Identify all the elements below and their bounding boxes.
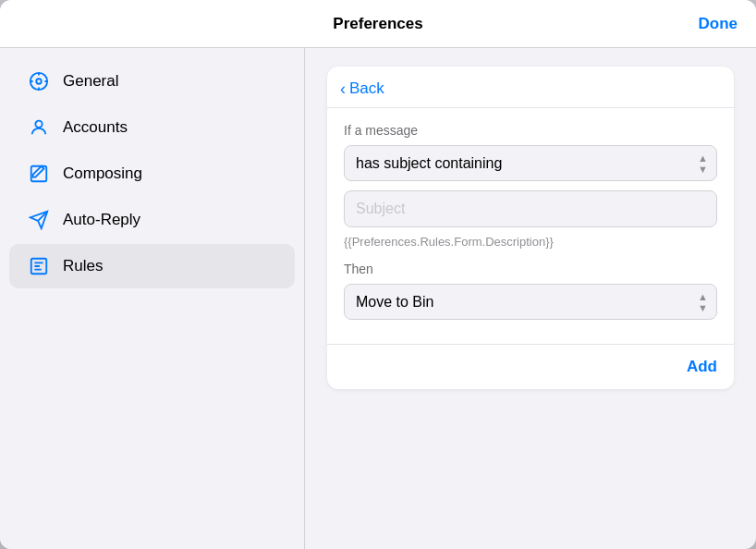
auto-reply-icon [28, 209, 50, 231]
accounts-icon [28, 116, 50, 139]
rule-card: ‹ Back If a message has subject containi… [327, 67, 734, 389]
sidebar-item-accounts[interactable]: Accounts [9, 105, 295, 150]
back-label: Back [349, 79, 384, 98]
window-title: Preferences [333, 15, 422, 33]
subject-input[interactable] [344, 190, 717, 227]
sidebar-label-composing: Composing [63, 165, 142, 183]
sidebar-label-accounts: Accounts [63, 118, 128, 137]
condition-select[interactable]: has subject containing has subject not c… [344, 145, 717, 181]
done-button[interactable]: Done [699, 15, 738, 33]
sidebar-item-auto-reply[interactable]: Auto-Reply [9, 198, 295, 242]
rule-description: {{Preferences.Rules.Form.Description}} [344, 235, 717, 249]
rule-card-body: If a message has subject containing has … [327, 108, 734, 344]
composing-icon [28, 163, 50, 185]
sidebar-label-general: General [63, 72, 118, 91]
condition-select-wrapper: has subject containing has subject not c… [344, 145, 717, 181]
if-message-label: If a message [344, 123, 717, 138]
sidebar: General Accounts Compo [0, 48, 305, 549]
rule-card-footer: Add [327, 344, 734, 389]
rules-icon [28, 255, 50, 277]
sidebar-item-rules[interactable]: Rules [9, 244, 295, 288]
sidebar-item-composing[interactable]: Composing [9, 152, 295, 196]
sidebar-item-general[interactable]: General [9, 59, 295, 104]
back-button[interactable]: ‹ Back [340, 79, 384, 98]
add-button[interactable]: Add [687, 358, 717, 376]
preferences-window: Preferences Done General [0, 0, 756, 549]
rule-card-header: ‹ Back [327, 67, 734, 108]
then-label: Then [344, 262, 717, 276]
sidebar-label-auto-reply: Auto-Reply [63, 211, 140, 229]
general-icon [28, 70, 50, 92]
svg-point-1 [36, 79, 42, 84]
titlebar: Preferences Done [0, 0, 756, 48]
action-select[interactable]: Move to Bin Mark as Read Flag Archive De… [344, 284, 717, 320]
main-content: General Accounts Compo [0, 48, 756, 549]
detail-panel: ‹ Back If a message has subject containi… [305, 48, 756, 549]
svg-point-2 [35, 121, 42, 128]
sidebar-label-rules: Rules [63, 257, 103, 275]
back-chevron-icon: ‹ [340, 80, 346, 97]
action-select-wrapper: Move to Bin Mark as Read Flag Archive De… [344, 284, 717, 320]
